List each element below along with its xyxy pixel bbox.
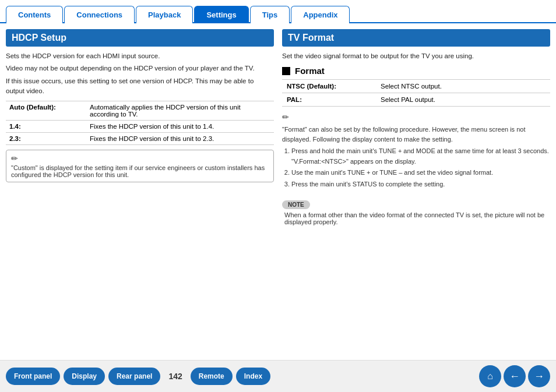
table-row: NTSC (Default): Select NTSC output. [282,80,550,93]
page-number: 142 [168,372,182,381]
table-row: 2.3: Fixes the HDCP version of this unit… [6,133,274,145]
steps-list: Press and hold the main unit's TUNE + an… [291,146,550,189]
hdcp-note-text: "Custom" is displayed for the setting it… [11,164,265,178]
left-column: HDCP Setup Sets the HDCP version for eac… [6,29,274,345]
tab-tips[interactable]: Tips [250,6,290,23]
table-row: Auto (Default): Automatically applies th… [6,101,274,121]
hdcp-term-auto: Auto (Default): [6,101,86,121]
tvformat-intro: Set the video signal format to be output… [282,51,550,61]
right-column: TV Format Set the video signal format to… [282,29,550,345]
display-button[interactable]: Display [64,368,105,385]
front-panel-button[interactable]: Front panel [6,368,60,385]
remote-button[interactable]: Remote [191,368,233,385]
format-subheader-label: Format [295,66,325,76]
home-button[interactable]: ⌂ [479,365,501,387]
hdcp-term-23: 2.3: [6,133,86,145]
tab-connections[interactable]: Connections [64,6,135,23]
pencil-icon-right: ✏ [282,111,550,123]
navigation-icons: ⌂ ← → [479,365,550,387]
table-row: PAL: Select PAL output. [282,93,550,107]
main-content: HDCP Setup Sets the HDCP version for eac… [0,23,556,351]
hdcp-section-title: HDCP Setup [6,29,274,47]
back-button[interactable]: ← [504,365,526,387]
hdcp-intro-line2: Video may not be output depending on the… [6,63,274,73]
tab-playback[interactable]: Playback [136,6,193,23]
hdcp-def-auto: Automatically applies the HDCP version o… [86,101,274,121]
hdcp-table: Auto (Default): Automatically applies th… [6,101,274,145]
list-item: Press and hold the main unit's TUNE + an… [291,146,550,167]
square-icon [282,67,290,75]
steps-note-box: ✏ "Format" can also be set by the follow… [282,111,550,189]
hdcp-note-box: ✏ "Custom" is displayed for the setting … [6,150,274,182]
format-def-ntsc: Select NTSC output. [376,80,550,93]
note-content-text: When a format other than the video forma… [284,211,550,225]
list-item: Use the main unit's TUNE + or TUNE – and… [291,168,550,178]
tvformat-section-title: TV Format [282,29,550,47]
hdcp-def-14: Fixes the HDCP version of this unit to 1… [86,121,274,133]
format-table: NTSC (Default): Select NTSC output. PAL:… [282,79,550,107]
steps-intro-text: "Format" can also be set by the followin… [282,125,550,144]
index-button[interactable]: Index [236,368,270,385]
rear-panel-button[interactable]: Rear panel [108,368,160,385]
tab-appendix[interactable]: Appendix [291,6,350,23]
hdcp-term-14: 1.4: [6,121,86,133]
tab-contents[interactable]: Contents [6,6,63,23]
format-term-pal: PAL: [282,93,376,107]
bottom-navigation: Front panel Display Rear panel 142 Remot… [0,360,556,392]
format-term-ntsc: NTSC (Default): [282,80,376,93]
hdcp-intro: Sets the HDCP version for each HDMI inpu… [6,51,274,96]
pencil-icon: ✏ [11,154,269,163]
hdcp-def-23: Fixes the HDCP version of this unit to 2… [86,133,274,145]
format-def-pal: Select PAL output. [376,93,550,107]
hdcp-intro-line1: Sets the HDCP version for each HDMI inpu… [6,51,274,61]
top-navigation: Contents Connections Playback Settings T… [0,0,556,23]
hdcp-intro-line3: If this issue occurs, use this setting t… [6,76,274,97]
forward-button[interactable]: → [528,365,550,387]
tab-settings[interactable]: Settings [194,6,248,23]
format-subheader: Format [282,66,550,76]
note-badge: NOTE [282,200,310,209]
note-section: NOTE When a format other than the video … [282,196,550,225]
list-item: Press the main unit's STATUS to complete… [291,179,550,190]
table-row: 1.4: Fixes the HDCP version of this unit… [6,121,274,133]
